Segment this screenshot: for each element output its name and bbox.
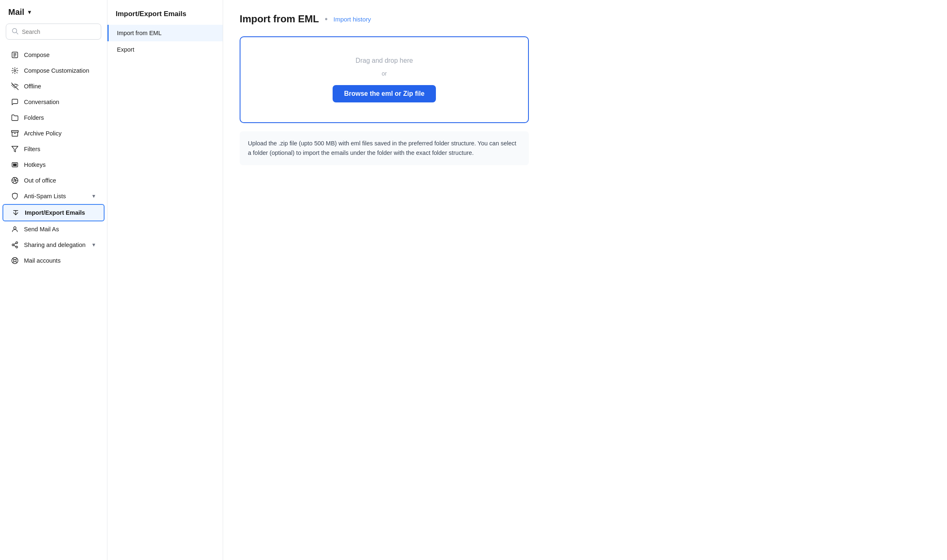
- sidebar: Mail ▼ Compose Compose Customization Off…: [0, 0, 107, 560]
- sidebar-item-archive-policy[interactable]: Archive Policy: [2, 126, 105, 141]
- sharing-icon: [11, 241, 19, 249]
- sidebar-item-offline[interactable]: Offline: [2, 78, 105, 94]
- sidebar-item-conversation[interactable]: Conversation: [2, 94, 105, 110]
- svg-line-21: [16, 261, 17, 263]
- svg-rect-8: [12, 163, 18, 167]
- sidebar-item-compose-customization[interactable]: Compose Customization: [2, 63, 105, 78]
- info-text: Upload the .zip file (upto 500 MB) with …: [248, 139, 521, 158]
- svg-line-22: [16, 259, 17, 260]
- compose-icon: [11, 51, 19, 59]
- archive-icon: [11, 130, 19, 137]
- hotkeys-icon: [11, 161, 19, 168]
- sidebar-label-offline: Offline: [24, 83, 96, 90]
- sidebar-item-folders[interactable]: Folders: [2, 110, 105, 126]
- sharing-chevron: ▼: [91, 242, 96, 248]
- middle-item-import-eml[interactable]: Import from EML: [107, 25, 223, 41]
- sidebar-label-anti-spam: Anti-Spam Lists: [24, 193, 86, 199]
- svg-point-3: [14, 70, 16, 72]
- page-title: Import from EML: [240, 13, 319, 25]
- drop-zone[interactable]: Drag and drop here or Browse the eml or …: [240, 36, 529, 123]
- anti-spam-icon: [11, 192, 19, 200]
- middle-item-export[interactable]: Export: [107, 41, 223, 58]
- conversation-icon: [11, 98, 19, 106]
- sidebar-label-archive-policy: Archive Policy: [24, 130, 96, 137]
- folders-icon: [11, 114, 19, 121]
- sidebar-item-filters[interactable]: Filters: [2, 141, 105, 157]
- info-box: Upload the .zip file (upto 500 MB) with …: [240, 131, 529, 165]
- or-text: or: [257, 70, 512, 77]
- sidebar-label-mail-accounts: Mail accounts: [24, 257, 96, 264]
- browse-button[interactable]: Browse the eml or Zip file: [333, 85, 436, 102]
- import-export-icon: [12, 209, 20, 216]
- svg-marker-7: [12, 146, 18, 152]
- sidebar-label-hotkeys: Hotkeys: [24, 161, 96, 168]
- main-content: Import from EML • Import history Drag an…: [223, 0, 947, 560]
- svg-line-20: [13, 259, 14, 260]
- offline-icon: [11, 83, 19, 90]
- header-dot: •: [325, 14, 328, 24]
- search-box[interactable]: [6, 24, 101, 40]
- sidebar-item-import-export[interactable]: Import/Export Emails: [2, 204, 105, 221]
- import-history-link[interactable]: Import history: [333, 16, 371, 23]
- sidebar-item-mail-accounts[interactable]: Mail accounts: [2, 253, 105, 268]
- search-icon: [11, 27, 19, 36]
- svg-line-23: [13, 261, 14, 263]
- sidebar-item-sharing[interactable]: Sharing and delegation ▼: [2, 237, 105, 253]
- sidebar-label-import-export: Import/Export Emails: [25, 209, 95, 216]
- sidebar-item-anti-spam[interactable]: Anti-Spam Lists ▼: [2, 188, 105, 204]
- middle-panel: Import/Export Emails Import from EML Exp…: [107, 0, 223, 560]
- app-title-text: Mail: [8, 7, 24, 17]
- svg-point-12: [14, 227, 16, 229]
- middle-panel-title: Import/Export Emails: [107, 10, 223, 25]
- sidebar-item-out-of-office[interactable]: Out of office: [2, 173, 105, 188]
- svg-line-1: [16, 32, 18, 34]
- svg-rect-5: [12, 131, 19, 132]
- mail-accounts-icon: [11, 257, 19, 264]
- sidebar-item-send-mail-as[interactable]: Send Mail As: [2, 221, 105, 237]
- sidebar-label-folders: Folders: [24, 114, 96, 121]
- sidebar-item-hotkeys[interactable]: Hotkeys: [2, 157, 105, 173]
- filters-icon: [11, 145, 19, 153]
- main-header: Import from EML • Import history: [240, 13, 930, 25]
- svg-line-17: [14, 243, 16, 244]
- app-title-chevron: ▼: [27, 9, 32, 15]
- sidebar-label-out-of-office: Out of office: [24, 177, 96, 184]
- sidebar-label-send-mail-as: Send Mail As: [24, 226, 96, 233]
- search-input[interactable]: [22, 28, 96, 35]
- sidebar-label-conversation: Conversation: [24, 99, 96, 105]
- sidebar-label-sharing: Sharing and delegation: [24, 242, 86, 248]
- sidebar-label-compose-customization: Compose Customization: [24, 67, 96, 74]
- compose-customization-icon: [11, 67, 19, 74]
- sidebar-label-filters: Filters: [24, 146, 96, 152]
- sidebar-item-compose[interactable]: Compose: [2, 47, 105, 63]
- send-mail-as-icon: [11, 225, 19, 233]
- app-title[interactable]: Mail ▼: [0, 7, 107, 24]
- out-of-office-icon: [11, 177, 19, 184]
- drag-drop-text: Drag and drop here: [257, 57, 512, 64]
- svg-line-16: [14, 245, 16, 247]
- sidebar-label-compose: Compose: [24, 52, 96, 58]
- anti-spam-chevron: ▼: [91, 193, 96, 199]
